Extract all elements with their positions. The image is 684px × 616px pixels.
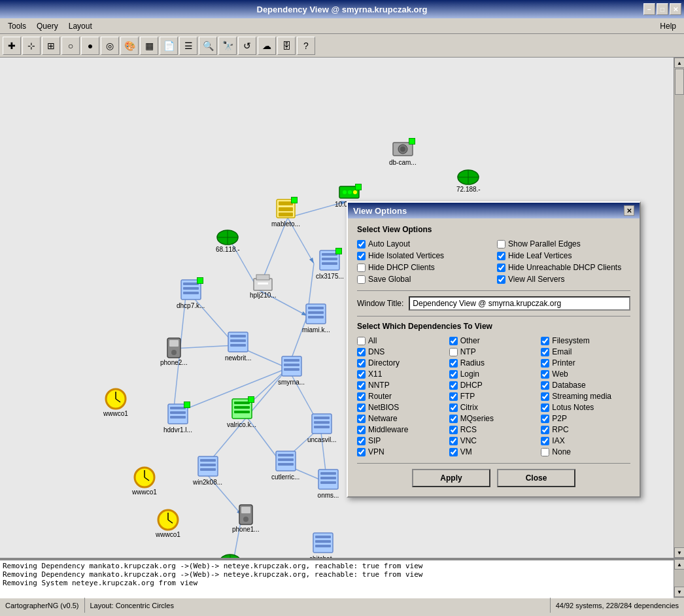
dep-dns[interactable]: DNS: [357, 347, 447, 356]
scroll-thumb[interactable]: [675, 69, 684, 95]
option-auto-layout[interactable]: Auto Layout: [357, 239, 490, 248]
tool-grid[interactable]: ▦: [140, 37, 158, 55]
dep-middleware[interactable]: Middleware: [357, 425, 447, 434]
checkbox-save-global[interactable]: [357, 275, 366, 284]
menu-layout[interactable]: Layout: [63, 20, 97, 32]
checkbox-dep-database[interactable]: [541, 381, 549, 390]
node-hplj210[interactable]: hplj210...: [250, 273, 277, 299]
dep-vm[interactable]: VM: [449, 447, 539, 456]
checkbox-dep-filesystem[interactable]: [541, 337, 549, 345]
node-win2k08[interactable]: win2k08...: [193, 455, 222, 486]
node-newbrit[interactable]: newbrit...: [225, 331, 252, 362]
checkbox-dep-dhcp[interactable]: [449, 381, 458, 390]
dep-nntp[interactable]: NNTP: [357, 381, 447, 390]
log-scroll-up[interactable]: ▲: [674, 559, 684, 570]
checkbox-view-all-servers[interactable]: [497, 275, 505, 284]
dep-none[interactable]: None: [541, 447, 630, 456]
option-hide-dhcp[interactable]: Hide DHCP Clients: [357, 263, 490, 272]
node-mableto[interactable]: mableto...: [271, 198, 300, 228]
dep-printer[interactable]: Printer: [541, 358, 630, 368]
tool-search[interactable]: 🔍: [199, 37, 217, 55]
dep-rcs[interactable]: RCS: [449, 425, 539, 434]
checkbox-dep-iax[interactable]: [541, 437, 549, 445]
checkbox-dep-other[interactable]: [449, 337, 458, 345]
tool-db[interactable]: 🗄: [277, 37, 296, 55]
menu-query[interactable]: Query: [31, 20, 63, 32]
maximize-button[interactable]: □: [657, 3, 668, 15]
dep-filesystem[interactable]: Filesystem: [541, 336, 630, 345]
log-scrollbar[interactable]: ▲ ▼: [674, 559, 684, 597]
tool-dot[interactable]: ●: [81, 37, 99, 55]
checkbox-hide-dhcp[interactable]: [357, 264, 366, 272]
checkbox-dep-printer[interactable]: [541, 359, 549, 368]
dep-vnc[interactable]: VNC: [449, 436, 539, 445]
log-scroll-down[interactable]: ▼: [674, 587, 684, 597]
minimize-button[interactable]: −: [643, 3, 655, 15]
tool-image[interactable]: 🎨: [120, 37, 139, 55]
checkbox-dep-vm[interactable]: [449, 448, 458, 456]
dep-netbios[interactable]: NetBIOS: [357, 403, 447, 412]
checkbox-dep-login[interactable]: [449, 370, 458, 379]
dep-citrix[interactable]: Citrix: [449, 403, 539, 412]
tool-target[interactable]: ◎: [101, 37, 119, 55]
option-view-all-servers[interactable]: View All Servers: [497, 275, 630, 284]
checkbox-hide-isolated[interactable]: [357, 252, 366, 260]
dep-all[interactable]: All: [357, 336, 447, 345]
dep-lotus[interactable]: Lotus Notes: [541, 403, 630, 412]
node-phone1[interactable]: phone1...: [232, 504, 260, 533]
checkbox-dep-ntp[interactable]: [449, 348, 458, 356]
node-wwwco1-a[interactable]: wwwco1: [103, 388, 128, 417]
dep-web[interactable]: Web: [541, 369, 630, 379]
node-smyrna[interactable]: smyrna...: [278, 355, 305, 386]
scroll-down-button[interactable]: ▼: [674, 547, 684, 558]
node-valrico[interactable]: valrico.k...: [227, 398, 256, 428]
checkbox-dep-vnc[interactable]: [449, 437, 458, 445]
tool-list[interactable]: ☰: [179, 37, 197, 55]
dep-login[interactable]: Login: [449, 369, 539, 379]
option-save-global[interactable]: Save Global: [357, 275, 490, 284]
node-clx3175[interactable]: clx3175...: [316, 249, 344, 280]
option-show-parallel[interactable]: Show Parallel Edges: [497, 239, 630, 248]
checkbox-dep-radius[interactable]: [449, 359, 458, 368]
checkbox-dep-mqseries[interactable]: [449, 415, 458, 423]
dep-p2p[interactable]: P2P: [541, 414, 630, 423]
dep-ftp[interactable]: FTP: [449, 392, 539, 401]
scroll-up-button[interactable]: ▲: [674, 58, 684, 68]
node-72-188[interactable]: 72.188.-: [456, 169, 481, 193]
node-uncasvil[interactable]: uncasvil...: [307, 413, 336, 443]
checkbox-dep-rcs[interactable]: [449, 426, 458, 434]
node-hddvr1[interactable]: hddvr1.l...: [163, 403, 192, 434]
tool-circle[interactable]: ○: [61, 37, 80, 55]
dep-ntp[interactable]: NTP: [449, 347, 539, 356]
checkbox-dep-all[interactable]: [357, 337, 366, 345]
tool-new[interactable]: ✚: [3, 37, 21, 55]
checkbox-dep-netbios[interactable]: [357, 403, 366, 412]
window-title-input[interactable]: [409, 296, 630, 311]
checkbox-hide-leaf[interactable]: [497, 252, 505, 260]
option-hide-leaf[interactable]: Hide Leaf Vertices: [497, 251, 630, 260]
checkbox-dep-streaming[interactable]: [541, 392, 549, 401]
dep-sip[interactable]: SIP: [357, 436, 447, 445]
tool-refresh[interactable]: ↺: [238, 37, 256, 55]
node-db-cam[interactable]: db-cam...: [389, 139, 417, 166]
checkbox-dep-x11[interactable]: [357, 370, 366, 379]
scroll-track[interactable]: [674, 68, 684, 547]
node-onms[interactable]: onms...: [317, 468, 339, 499]
node-chitchat[interactable]: chitchat...: [309, 532, 337, 558]
dialog-close-button[interactable]: ✕: [624, 205, 634, 216]
dep-x11[interactable]: X11: [357, 369, 447, 379]
checkbox-dep-dns[interactable]: [357, 348, 366, 356]
node-cutlerric[interactable]: cutlerric...: [271, 450, 299, 481]
dep-mqseries[interactable]: MQseries: [449, 414, 539, 423]
checkbox-dep-router[interactable]: [357, 392, 366, 401]
dep-email[interactable]: Email: [541, 347, 630, 356]
tool-layout[interactable]: ⊞: [42, 37, 60, 55]
tool-help[interactable]: ?: [297, 37, 315, 55]
dep-netware[interactable]: Netware: [357, 414, 447, 423]
node-64-2-14[interactable]: 64.2.14.-: [217, 553, 243, 558]
checkbox-dep-citrix[interactable]: [449, 403, 458, 412]
menu-tools[interactable]: Tools: [3, 20, 31, 32]
checkbox-dep-vpn[interactable]: [357, 448, 366, 456]
menu-help[interactable]: Help: [655, 20, 681, 32]
dep-vpn[interactable]: VPN: [357, 447, 447, 456]
